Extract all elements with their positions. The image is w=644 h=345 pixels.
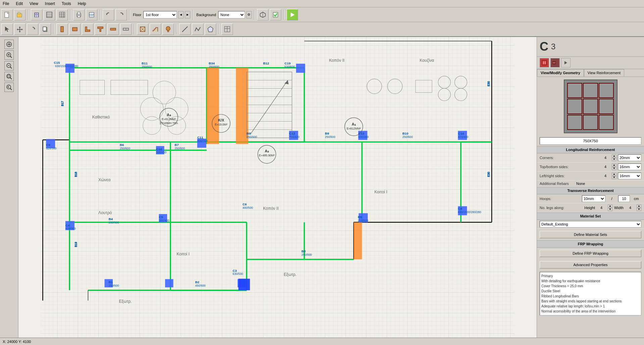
height-down[interactable]: ▼ bbox=[608, 208, 612, 211]
svg-text:Κοιτοί I: Κοιτοί I bbox=[374, 190, 387, 194]
material-select[interactable]: Default_Existing Default_New bbox=[540, 221, 641, 228]
zoom-prev-btn[interactable] bbox=[4, 83, 14, 92]
svg-rect-4 bbox=[35, 15, 36, 17]
svg-text:600/400: 600/400 bbox=[358, 135, 369, 139]
polyline-btn[interactable] bbox=[192, 23, 203, 35]
tab-reinforcement[interactable]: View Reinforcement bbox=[584, 69, 624, 77]
zoom-all-btn[interactable] bbox=[4, 40, 14, 49]
separator-t2-3 bbox=[176, 24, 177, 34]
wall-btn[interactable] bbox=[69, 23, 81, 35]
prop-line-3: Cover Thickness = 25,0 mm bbox=[541, 284, 640, 289]
define-material-btn[interactable]: Define Material Sets bbox=[540, 231, 641, 238]
grid-cell-bm bbox=[583, 115, 598, 130]
background-select[interactable]: None Image DXF bbox=[218, 11, 245, 18]
tab-geometry[interactable]: View/Modify Geometry bbox=[537, 69, 584, 77]
material-header: Material Set bbox=[537, 212, 644, 220]
twall-btn[interactable] bbox=[95, 23, 106, 35]
panel-edit-btn[interactable] bbox=[550, 58, 560, 67]
canvas-area[interactable]: Καθιστικό Κοπόν II Κουζίνα Κοιτοί I Κοπό… bbox=[18, 37, 537, 338]
corners-up[interactable]: ▲ bbox=[612, 154, 616, 158]
menu-edit[interactable]: Edit bbox=[14, 1, 24, 7]
corners-row: Corners: 4 ▲ ▼ 20mm16mm12mm25mm bbox=[537, 153, 644, 162]
pile-btn[interactable] bbox=[162, 23, 174, 35]
width-down[interactable]: ▼ bbox=[637, 208, 641, 211]
floor-next-btn[interactable]: ► bbox=[185, 11, 190, 18]
svg-marker-2 bbox=[17, 12, 21, 14]
beam-btn[interactable] bbox=[107, 23, 119, 35]
svg-text:E=19.0M²: E=19.0M² bbox=[215, 123, 228, 126]
width-up[interactable]: ▲ bbox=[637, 204, 641, 208]
define-frp-btn[interactable]: Define FRP Wrapping bbox=[540, 250, 641, 257]
svg-text:E30: E30 bbox=[487, 81, 490, 86]
menu-view[interactable]: View bbox=[28, 1, 40, 7]
menu-file[interactable]: File bbox=[1, 1, 10, 7]
svg-text:C11: C11 bbox=[197, 136, 204, 139]
leftright-spinner[interactable]: ▲ ▼ bbox=[612, 172, 616, 179]
corners-unit-select[interactable]: 20mm16mm12mm25mm bbox=[618, 154, 641, 161]
corners-spinner[interactable]: ▲ ▼ bbox=[612, 154, 616, 161]
floor-select[interactable]: 1st floor 2nd floor 3rd floor bbox=[143, 11, 177, 18]
topbottom-down[interactable]: ▼ bbox=[612, 167, 616, 170]
slab-btn[interactable] bbox=[137, 23, 148, 35]
menu-help[interactable]: Help bbox=[77, 1, 88, 7]
floor-plan-svg: Καθιστικό Κοπόν II Κουζίνα Κοιτοί I Κοπό… bbox=[18, 37, 537, 338]
floor-button[interactable] bbox=[44, 9, 55, 20]
topbottom-spinner[interactable]: ▲ ▼ bbox=[612, 163, 616, 170]
grid-button[interactable] bbox=[56, 9, 68, 20]
height-up[interactable]: ▲ bbox=[608, 204, 612, 208]
svg-text:Καθιστικό: Καθιστικό bbox=[92, 115, 110, 119]
view3d-button[interactable] bbox=[257, 9, 268, 20]
export-button[interactable]: DXF bbox=[86, 9, 97, 20]
copy-tool[interactable] bbox=[40, 23, 51, 35]
move-tool[interactable] bbox=[14, 23, 26, 35]
zoom-window-btn[interactable] bbox=[4, 72, 14, 81]
width-spinner[interactable]: ▲ ▼ bbox=[637, 204, 641, 211]
region-btn[interactable] bbox=[205, 23, 216, 35]
svg-text:B1: B1 bbox=[109, 280, 113, 284]
leftright-unit-select[interactable]: 16mm12mm20mm25mm bbox=[618, 172, 641, 179]
leftright-up[interactable]: ▲ bbox=[612, 172, 616, 176]
line-btn[interactable] bbox=[179, 23, 191, 35]
menu-tools[interactable]: Tools bbox=[60, 1, 72, 7]
print-button[interactable] bbox=[73, 9, 85, 20]
zoom-out-btn[interactable] bbox=[4, 61, 14, 70]
menu-insert[interactable]: Insert bbox=[44, 1, 56, 7]
opening-btn[interactable]: I bbox=[120, 23, 132, 35]
hoops-spacing-input[interactable] bbox=[618, 195, 630, 202]
undo-button[interactable] bbox=[103, 9, 114, 20]
advanced-props-btn[interactable]: Advanced Properties bbox=[540, 261, 641, 268]
column-preview bbox=[564, 80, 617, 133]
prop-line-2: With detailing for earthquake resistance bbox=[541, 279, 640, 284]
column-btn[interactable] bbox=[56, 23, 68, 35]
zoom-in-btn[interactable] bbox=[4, 50, 14, 60]
topbottom-up[interactable]: ▲ bbox=[612, 163, 616, 167]
table-btn[interactable] bbox=[221, 23, 233, 35]
right-panel: C 3 View/Modify Geometry View Reinforcem… bbox=[537, 37, 644, 338]
svg-text:250/600: 250/600 bbox=[247, 135, 257, 139]
svg-text:B2: B2 bbox=[195, 280, 200, 284]
redo-button[interactable] bbox=[115, 9, 127, 20]
column-size-input[interactable] bbox=[540, 137, 641, 145]
prop-line-7: Adequate relative lap length: lo/lou,min… bbox=[541, 304, 640, 309]
corners-down[interactable]: ▼ bbox=[612, 158, 616, 161]
panel-arrow-btn[interactable] bbox=[561, 58, 571, 67]
stair-btn[interactable] bbox=[150, 23, 161, 35]
run-button[interactable] bbox=[287, 9, 298, 20]
hoops-select[interactable]: 10mm8mm12mm bbox=[582, 195, 605, 202]
topbottom-unit-select[interactable]: 16mm12mm20mm25mm bbox=[618, 163, 641, 170]
open-button[interactable] bbox=[14, 9, 26, 20]
grid-cell-mr bbox=[599, 99, 614, 114]
leftright-down[interactable]: ▼ bbox=[612, 176, 616, 179]
rotate-tool[interactable] bbox=[27, 23, 38, 35]
height-spinner[interactable]: ▲ ▼ bbox=[608, 204, 612, 211]
panel-view-btn[interactable] bbox=[540, 58, 549, 67]
lwall-btn[interactable] bbox=[82, 23, 93, 35]
svg-text:B19: B19 bbox=[74, 242, 78, 247]
new-button[interactable] bbox=[1, 9, 13, 20]
background-btn[interactable]: ⚙ bbox=[246, 11, 252, 18]
floor-prev-btn[interactable]: ◄ bbox=[178, 11, 184, 18]
select-tool[interactable] bbox=[1, 23, 13, 35]
check-button[interactable] bbox=[270, 9, 281, 20]
building-button[interactable] bbox=[31, 9, 42, 20]
svg-text:E=485.90M²: E=485.90M² bbox=[259, 154, 275, 157]
